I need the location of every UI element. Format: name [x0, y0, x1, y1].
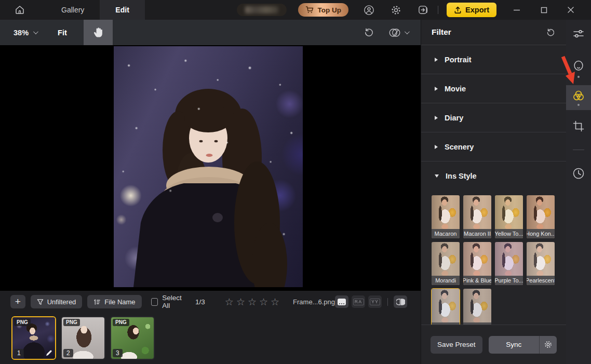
- filter-thumbnail[interactable]: Japanese...: [431, 288, 460, 325]
- redacted-account-info: [237, 4, 287, 16]
- filter-thumbnail[interactable]: Pink & Blue: [463, 241, 492, 286]
- filter-thumbnail[interactable]: Black & G...: [463, 288, 492, 325]
- adjustments-tab[interactable]: [566, 22, 591, 46]
- index-badge: 2: [63, 349, 73, 357]
- thumbnail-strip: PNG 1 PNG 2 PNG: [11, 316, 421, 360]
- current-photo: [114, 46, 303, 287]
- topup-label: Top Up: [318, 6, 341, 14]
- split-compare-button[interactable]: [394, 295, 407, 308]
- editing-pencil-icon: [45, 349, 52, 357]
- photo-thumbnail[interactable]: PNG 1: [11, 316, 56, 360]
- settings-button[interactable]: [389, 3, 402, 17]
- sync-split-button: Sync: [489, 336, 557, 354]
- category-label: Portrait: [445, 56, 472, 64]
- select-all-checkbox[interactable]: [151, 298, 158, 306]
- filter-thumbnail[interactable]: Hong Kon...: [526, 195, 555, 239]
- compare-button[interactable]: [388, 27, 408, 38]
- sync-label: Sync: [506, 341, 521, 348]
- undo-button[interactable]: [364, 27, 374, 38]
- compare-circles-icon: [388, 27, 401, 38]
- photo-browser: Unfiltered File Name Select All 1/3 Fram…: [0, 291, 421, 364]
- chevron-down-icon: [33, 29, 38, 34]
- category-arrow-icon: [435, 58, 438, 62]
- current-filename: Frame...6.png: [293, 298, 335, 306]
- filter-category-row[interactable]: Diary: [421, 103, 566, 132]
- close-button[interactable]: [564, 3, 577, 17]
- star-icon[interactable]: [271, 297, 279, 307]
- zoom-level-dropdown[interactable]: 38%: [14, 29, 37, 37]
- star-icon[interactable]: [259, 297, 268, 307]
- edit-tab[interactable]: Edit: [100, 0, 144, 20]
- category-arrow-icon: [435, 87, 438, 91]
- export-button[interactable]: Export: [447, 3, 496, 17]
- view-toggle-group: RA YY: [335, 295, 407, 308]
- retouch-tab[interactable]: [566, 57, 591, 81]
- canvas-area[interactable]: [0, 45, 421, 291]
- format-badge: PNG: [14, 319, 31, 326]
- filter-tab-active[interactable]: [566, 85, 591, 110]
- edit-tab-label: Edit: [115, 6, 129, 14]
- titlebar: Gallery Edit Top Up: [0, 0, 591, 20]
- save-preset-button[interactable]: Save Preset: [431, 336, 482, 354]
- filter-category-row[interactable]: Ins Style: [421, 161, 566, 191]
- select-all-label: Select All: [162, 294, 188, 309]
- filter-category-row[interactable]: Portrait: [421, 45, 566, 74]
- exit-edit-button[interactable]: [416, 3, 429, 17]
- filter-panel-actions: Save Preset Sync: [421, 325, 566, 364]
- filter-thumbnail[interactable]: Macaron: [431, 195, 460, 239]
- sort-by-filename-button[interactable]: File Name: [87, 295, 141, 308]
- star-icon[interactable]: [236, 297, 245, 307]
- minimize-icon: [513, 6, 520, 14]
- ra-rating-view-button[interactable]: RA: [352, 295, 365, 308]
- photo-count: 1/3: [195, 298, 205, 306]
- reset-filter-button[interactable]: [546, 28, 556, 37]
- filter-thumbnail[interactable]: Macaron II: [463, 195, 492, 239]
- snow-overlay: [114, 46, 303, 287]
- topup-button[interactable]: Top Up: [298, 3, 348, 17]
- filter-name-label: Pearlescent: [527, 276, 555, 285]
- filter-panel-title: Filter: [432, 28, 451, 37]
- yy-grouping-view-button[interactable]: YY: [368, 295, 382, 308]
- sidebar-divider: [573, 150, 584, 150]
- category-label: Diary: [445, 114, 463, 122]
- filter-thumbnail[interactable]: Pearlescent: [526, 241, 555, 286]
- star-icon[interactable]: [248, 297, 257, 307]
- crop-tab[interactable]: [566, 114, 591, 138]
- photo-thumbnail[interactable]: PNG 3: [110, 316, 155, 360]
- filter-name-label: Purple To...: [495, 276, 523, 285]
- filter-thumbnail[interactable]: Morandi: [431, 241, 460, 286]
- hand-tool-button[interactable]: [84, 20, 113, 45]
- maximize-icon: [541, 7, 547, 14]
- history-tab[interactable]: [566, 161, 591, 185]
- sync-button[interactable]: Sync: [489, 336, 539, 354]
- sync-settings-button[interactable]: [539, 336, 557, 354]
- star-icon[interactable]: [225, 297, 234, 307]
- view-separator: [387, 298, 388, 306]
- add-photo-button[interactable]: [10, 295, 25, 308]
- gallery-tab[interactable]: Gallery: [46, 0, 100, 20]
- filter-thumbnail[interactable]: Purple To...: [494, 241, 523, 286]
- reset-icon: [546, 28, 556, 37]
- maximize-button[interactable]: [537, 3, 550, 17]
- filter-category-row[interactable]: Movie: [421, 74, 566, 103]
- unfiltered-filter-button[interactable]: Unfiltered: [31, 295, 83, 308]
- export-icon: [454, 6, 462, 14]
- profile-button[interactable]: [362, 3, 375, 17]
- home-button[interactable]: [12, 3, 27, 17]
- photo-thumbnail[interactable]: PNG 2: [61, 316, 105, 360]
- exit-arrow-icon: [418, 5, 428, 16]
- filter-name-label: Yellow To...: [495, 229, 523, 238]
- filmstrip-toggle-button[interactable]: [335, 295, 348, 308]
- filter-tint-overlay: [463, 289, 491, 325]
- filter-badge-dot: [577, 104, 580, 106]
- filter-thumbnail[interactable]: Yellow To...: [494, 195, 523, 239]
- filter-category-row[interactable]: Scenery: [421, 132, 566, 161]
- category-arrow-icon: [435, 145, 438, 149]
- filter-panel-scroll[interactable]: Portrait Movie Diary Scenery: [421, 45, 566, 325]
- filter-panel: Filter Portrait Movie: [421, 20, 566, 364]
- fit-label: Fit: [58, 29, 67, 37]
- redacted-text: [245, 6, 278, 14]
- minimize-button[interactable]: [510, 3, 523, 17]
- undo-icon: [364, 27, 374, 38]
- fit-button[interactable]: Fit: [58, 29, 67, 37]
